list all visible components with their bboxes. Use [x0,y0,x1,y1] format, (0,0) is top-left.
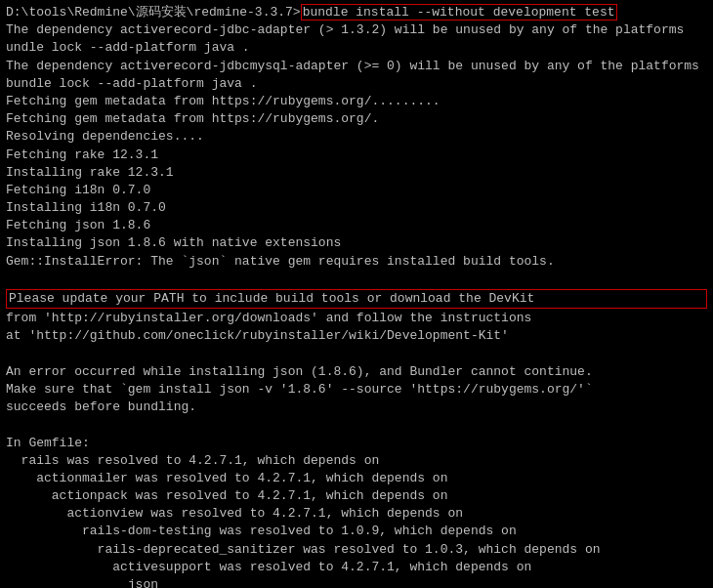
succeeds: succeeds before bundling. [6,399,707,416]
actionmailer: actionmailer was resolved to 4.2.7.1, wh… [6,470,707,487]
install-i18n: Installing i18n 0.7.0 [6,199,707,217]
blank-line-1 [6,271,707,288]
resolving: Resolving dependencies.... [6,128,707,146]
blank-line-2 [6,346,707,363]
output-line-2: undle lock --add-platform java . [6,39,707,57]
an-error: An error occurred while installing json … [6,363,707,381]
output-line-4: bundle lock --add-platform java . [6,75,707,93]
from-url: from 'http://rubyinstaller.org/downloads… [6,310,707,327]
install-json: Installing json 1.8.6 with native extens… [6,234,707,252]
make-sure: Make sure that `gem install json -v '1.8… [6,381,707,399]
output-line-3: The dependency activerecord-jdbcmysql-ad… [6,58,707,75]
fetch-metadata-2: Fetching gem metadata from https://rubyg… [6,110,707,128]
fetch-i18n: Fetching i18n 0.7.0 [6,182,707,199]
rails-dom-testing: rails-dom-testing was resolved to 1.0.9,… [6,523,707,540]
actionview: actionview was resolved to 4.2.7.1, whic… [6,505,707,523]
in-gemfile: In Gemfile: [6,435,707,452]
fetch-json: Fetching json 1.8.6 [6,217,707,234]
activesupport: activesupport was resolved to 4.2.7.1, w… [6,559,707,576]
at-url: at 'http://github.com/oneclick/rubyinsta… [6,327,707,345]
command-line: D:\tools\Redmine\源码安装\redmine-3.3.7>bund… [6,4,707,21]
fetch-rake: Fetching rake 12.3.1 [6,147,707,164]
fetch-metadata-1: Fetching gem metadata from https://rubyg… [6,93,707,110]
terminal-window: D:\tools\Redmine\源码安装\redmine-3.3.7>bund… [0,0,713,588]
rails-deprecated-sanitizer: rails-deprecated_sanitizer was resolved … [6,541,707,559]
gem-install-error: Gem::InstallError: The `json` native gem… [6,253,707,271]
install-rake: Installing rake 12.3.1 [6,164,707,182]
command-highlight: bundle install --without development tes… [301,4,617,21]
rails-resolved: rails was resolved to 4.2.7.1, which dep… [6,452,707,470]
blank-line-3 [6,416,707,434]
actionpack: actionpack was resolved to 4.2.7.1, whic… [6,487,707,505]
json-dependency: json [6,576,707,588]
path-warning: Please update your PATH to include build… [6,289,707,309]
output-line-1: The dependency activerecord-jdbc-adapter… [6,21,707,39]
